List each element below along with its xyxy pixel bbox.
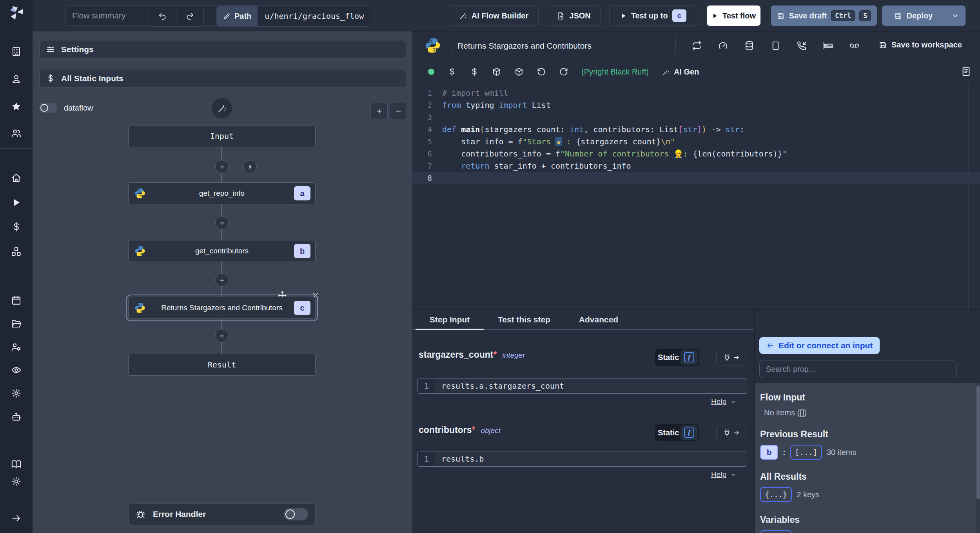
graph-node-returns-stargazers[interactable]: Returns Stargazers and Contributors c — [128, 297, 316, 319]
users-icon[interactable] — [11, 128, 22, 138]
code-line[interactable]: 5 star_info = f"Stars ★ : {stargazers_co… — [412, 135, 980, 147]
expand-array-badge[interactable]: [...] — [790, 445, 822, 460]
package-icon[interactable] — [514, 67, 524, 76]
user-icon[interactable] — [11, 74, 22, 84]
code-line[interactable]: 7 return star_info + contributors_info — [412, 160, 980, 172]
bed-icon[interactable] — [823, 40, 833, 51]
gear-icon[interactable] — [11, 388, 22, 398]
code-editor[interactable]: 1# import wmill2from typing import List3… — [412, 84, 980, 309]
add-step-button[interactable] — [215, 160, 229, 173]
ai-flow-builder-button[interactable]: AI Flow Builder — [449, 5, 539, 26]
edit-or-connect-input-button[interactable]: Edit or connect an input — [759, 337, 880, 354]
graph-zoom-out-button[interactable] — [390, 103, 407, 119]
folder-icon[interactable] — [11, 318, 22, 329]
voicemail-icon[interactable] — [849, 40, 860, 51]
deploy-dropdown-button[interactable] — [945, 5, 965, 26]
history-icon[interactable] — [537, 67, 546, 76]
connect-input-button[interactable] — [716, 349, 746, 366]
save-icon — [894, 12, 902, 20]
connect-input-button[interactable] — [716, 424, 746, 441]
home-icon[interactable] — [11, 173, 22, 183]
dollar-icon[interactable] — [447, 67, 457, 76]
ai-graph-wand-button[interactable] — [212, 98, 232, 118]
ai-gen-button[interactable]: AI Gen — [662, 67, 699, 76]
expression-input-contributors[interactable]: 1 results.b — [417, 451, 747, 467]
star-icon[interactable] — [11, 101, 22, 112]
graph-node-result[interactable]: Result — [128, 354, 316, 376]
add-step-button[interactable] — [215, 329, 229, 342]
code-line[interactable]: 4def main(stargazers_count: int, contrib… — [412, 123, 980, 135]
library-icon[interactable] — [961, 66, 971, 77]
phone-incoming-icon[interactable] — [797, 40, 807, 51]
gauge-icon[interactable] — [718, 40, 728, 51]
expression-line-number: 1 — [418, 378, 435, 393]
play-icon[interactable] — [11, 197, 22, 208]
save-to-workspace-button[interactable]: Save to workspace — [878, 40, 962, 49]
deploy-button[interactable]: Deploy — [882, 5, 945, 26]
path-field[interactable]: Path u/henri/gracious_flow — [216, 5, 371, 27]
step-title-input[interactable] — [451, 36, 676, 56]
json-button[interactable]: JSON — [547, 5, 601, 26]
database-icon[interactable] — [744, 40, 755, 51]
flow-settings-row[interactable]: Settings — [39, 40, 406, 59]
plus-icon — [219, 277, 225, 284]
expand-object-badge[interactable]: {...} — [760, 530, 792, 533]
test-up-to-button[interactable]: Test up to c — [609, 5, 697, 26]
graph-node-get-repo-info[interactable]: get_repo_info a — [128, 182, 316, 204]
add-step-button[interactable] — [215, 273, 229, 287]
eye-icon[interactable] — [11, 365, 22, 375]
previous-result-step-badge[interactable]: b — [760, 445, 778, 460]
test-flow-button[interactable]: Test flow — [707, 5, 760, 26]
all-static-inputs-row[interactable]: All Static Inputs — [39, 69, 406, 88]
step-label: get_contributors — [195, 247, 249, 255]
deploy-label: Deploy — [907, 11, 933, 20]
book-icon[interactable] — [11, 459, 22, 469]
package-icon[interactable] — [492, 67, 501, 76]
redo-button[interactable] — [176, 6, 203, 26]
expression-mode-option[interactable]: ƒ — [681, 425, 698, 440]
step-settings-icon-row — [691, 40, 860, 51]
code-line[interactable]: 1# import wmill — [412, 87, 980, 99]
reload-icon[interactable] — [559, 67, 568, 76]
code-line[interactable]: 2from typing import List — [412, 99, 980, 111]
error-handler-toggle[interactable] — [284, 508, 308, 520]
static-mode-option[interactable]: Static — [656, 428, 681, 437]
repeat-icon[interactable] — [691, 40, 702, 51]
code-line[interactable]: 6 contributors_info = f"Number of contri… — [412, 147, 980, 160]
square-icon[interactable] — [770, 40, 781, 51]
line-number: 1 — [412, 89, 432, 97]
expand-object-badge[interactable]: {...} — [760, 487, 792, 502]
tab-advanced[interactable]: Advanced — [568, 310, 629, 329]
code-line[interactable]: 3 — [412, 111, 980, 123]
static-mode-option[interactable]: Static — [656, 353, 681, 362]
kbd-s: S — [859, 10, 871, 21]
undo-button[interactable] — [149, 6, 176, 26]
windmill-logo-icon[interactable] — [8, 4, 25, 21]
dollar-icon[interactable] — [470, 67, 479, 76]
tab-step-input[interactable]: Step Input — [416, 310, 484, 329]
building-icon[interactable] — [11, 46, 22, 57]
help-toggle[interactable]: Help — [711, 397, 737, 406]
bot-icon[interactable] — [11, 412, 22, 422]
search-prop-input[interactable] — [759, 360, 956, 378]
error-handler-row[interactable]: Error Handler — [128, 503, 316, 525]
dollar-icon[interactable] — [11, 222, 22, 232]
graph-node-get-contributors[interactable]: get_contributors b — [128, 240, 316, 262]
add-step-button[interactable] — [215, 216, 229, 229]
users-gear-icon[interactable] — [11, 342, 22, 352]
expression-mode-option[interactable]: ƒ — [681, 350, 698, 365]
boxes-icon[interactable] — [11, 246, 22, 257]
dataflow-toggle[interactable] — [39, 103, 57, 113]
help-toggle[interactable]: Help — [711, 470, 737, 479]
arrow-right-icon[interactable] — [11, 513, 22, 524]
trigger-bolt-button[interactable] — [243, 160, 257, 173]
graph-zoom-in-button[interactable] — [370, 103, 388, 119]
save-draft-button[interactable]: Save draft Ctrl S — [771, 5, 877, 26]
props-scrollbar-thumb[interactable] — [976, 386, 980, 499]
tab-test-this-step[interactable]: Test this step — [486, 310, 562, 329]
sun-icon[interactable] — [11, 476, 22, 487]
graph-node-input[interactable]: Input — [128, 125, 316, 147]
expression-input-stargazers[interactable]: 1 results.a.stargazers_count — [417, 378, 747, 394]
calendar-icon[interactable] — [11, 295, 22, 306]
code-line[interactable]: 8 — [412, 172, 980, 184]
